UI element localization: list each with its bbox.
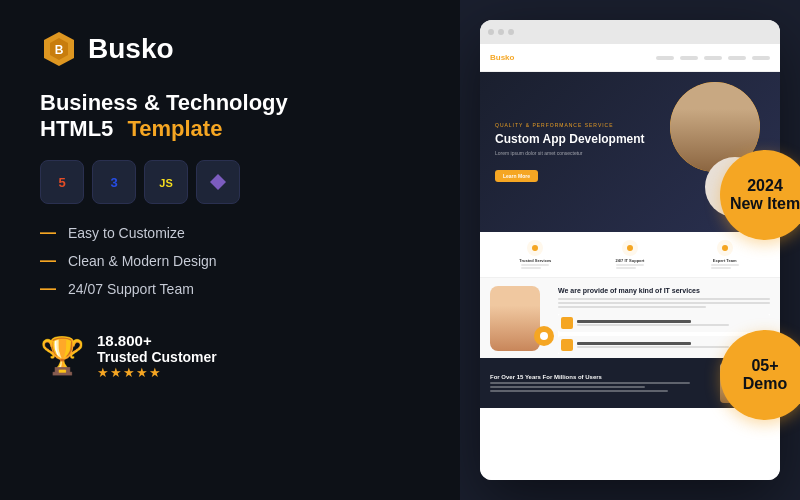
stat-item-1: Trusted Services [490,240,581,269]
main-title: Business & Technology HTML5 Template [40,90,420,142]
title-line2: HTML5 Template [40,116,420,142]
stat-item-2: 24/7 IT Support [585,240,676,269]
left-panel: B Busko Business & Technology HTML5 Temp… [0,0,460,500]
mid-person [490,286,540,351]
title-html: HTML5 [40,116,113,141]
bottom-section: 🏆 18.800+ Trusted Customer ★★★★★ [40,332,420,380]
nav-link-2 [680,56,698,60]
feature-item-2: — Clean & Modern Design [40,252,420,270]
feature-text-1: Easy to Customize [68,225,185,241]
badge-html5: 5 [40,160,84,204]
service-sub-1 [577,324,729,326]
service-sub-2 [577,346,729,348]
site-stats: Trusted Services 24/7 IT Support Expert … [480,232,780,278]
nav-link-3 [704,56,722,60]
badge-css3: 3 [92,160,136,204]
mid-line-3 [558,306,706,308]
svg-text:3: 3 [110,175,117,190]
hero-text-area: QUALITY & PERFORMANCE SERVICE Custom App… [495,122,655,182]
stat-item-3: Expert Team [679,240,770,269]
site-logo-mini: Busko [490,53,514,62]
demo-badge: 05+ Demo [720,330,800,420]
mid-badge-inner [540,332,548,340]
site-nav-links [656,56,770,60]
banner-lines [490,382,712,392]
browser-dot-1 [488,29,494,35]
feature-text-3: 24/07 Support Team [68,281,194,297]
service-icon-1 [561,317,573,329]
new-item-badge: 2024 New Item [720,150,800,240]
demo-number: 05+ [751,357,778,375]
nav-link-1 [656,56,674,60]
service-title-2 [577,342,691,345]
browser-dot-2 [498,29,504,35]
svg-text:JS: JS [159,177,172,189]
service-text-1 [577,320,767,326]
stat-icon-2 [622,240,638,256]
service-item-1 [558,314,770,332]
trusted-info: 18.800+ Trusted Customer ★★★★★ [97,332,217,380]
trusted-section: 🏆 18.800+ Trusted Customer ★★★★★ [40,332,217,380]
demo-label: Demo [743,375,787,393]
feature-item-1: — Easy to Customize [40,224,420,242]
banner-title: For Over 15 Years For Millions of Users [490,374,712,380]
browser-dot-3 [508,29,514,35]
hero-button[interactable]: Learn More [495,170,538,182]
banner-line-1 [490,382,690,384]
mid-title: We are provide of many kind of IT servic… [558,286,770,295]
banner-line-2 [490,386,645,388]
hero-eyebrow: QUALITY & PERFORMANCE SERVICE [495,122,655,128]
logo-area: B Busko [40,30,420,68]
logo-text: Busko [88,33,174,65]
trusted-label: Trusted Customer [97,349,217,365]
trusted-count: 18.800+ [97,332,217,349]
tech-badges: 5 3 JS [40,160,420,204]
right-panel: 2024 New Item 05+ Demo Busko [460,0,800,500]
browser-mockup: Busko QUALITY & PERFORMANCE SERVICE Cust… [480,20,780,480]
browser-bar [480,20,780,44]
mid-badge-circle [534,326,554,346]
banner-line-3 [490,390,668,392]
svg-text:5: 5 [58,175,65,190]
feature-item-3: — 24/07 Support Team [40,280,420,298]
banner-text-area: For Over 15 Years For Millions of Users [490,374,712,392]
nav-link-5 [752,56,770,60]
laurel-icon: 🏆 [40,335,85,377]
mid-line-1 [558,298,770,300]
website-content: Busko QUALITY & PERFORMANCE SERVICE Cust… [480,44,780,480]
stat-icon-1 [527,240,543,256]
mid-line-2 [558,302,770,304]
hero-title: Custom App Development [495,132,655,146]
stat-icon-3 [717,240,733,256]
hero-subtitle: Lorem ipsum dolor sit amet consectetur [495,150,655,156]
stat-title-2: 24/7 IT Support [616,258,645,263]
mid-img-area [490,286,550,350]
badge-diamond [196,160,240,204]
service-icon-2 [561,339,573,351]
trusted-stars: ★★★★★ [97,365,217,380]
service-title-1 [577,320,691,323]
site-nav: Busko [480,44,780,72]
title-template: Template [127,116,222,141]
feature-dash-2: — [40,252,56,270]
new-item-number: 2024 [747,177,783,195]
svg-marker-6 [210,174,226,190]
new-item-label: New Item [730,195,800,213]
svg-text:B: B [55,43,64,57]
nav-link-4 [728,56,746,60]
busko-logo-icon: B [40,30,78,68]
mid-text-lines [558,298,770,308]
feature-dash-1: — [40,224,56,242]
feature-text-2: Clean & Modern Design [68,253,217,269]
title-line1: Business & Technology [40,90,420,116]
badge-js: JS [144,160,188,204]
feature-dash-3: — [40,280,56,298]
features-list: — Easy to Customize — Clean & Modern Des… [40,224,420,308]
stat-title-3: Expert Team [713,258,737,263]
stat-title-1: Trusted Services [519,258,551,263]
